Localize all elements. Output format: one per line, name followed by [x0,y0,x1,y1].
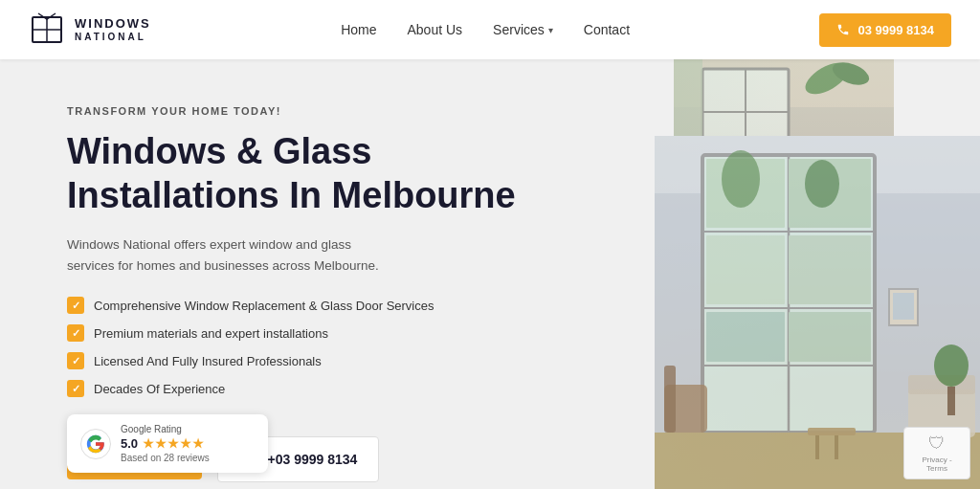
nav-home[interactable]: Home [327,16,390,43]
brand-sub: NATIONAL [75,32,151,42]
nav-contact[interactable]: Contact [570,16,643,43]
google-icon [86,434,105,454]
feature-item: Comprehensive Window Replacement & Glass… [67,297,523,314]
svg-rect-27 [789,312,871,362]
svg-point-28 [722,150,760,208]
nav-about[interactable]: About Us [394,16,477,43]
main-nav: Home About Us Services ▾ Contact [327,16,643,43]
svg-rect-36 [815,435,819,459]
logo: WINDOWS NATIONAL [29,11,151,48]
feature-list: Comprehensive Window Replacement & Glass… [67,297,523,408]
cta-phone-button[interactable]: 03 9999 8134 [819,13,951,47]
svg-rect-26 [706,312,785,362]
svg-rect-25 [789,235,871,304]
svg-rect-39 [947,387,955,415]
recaptcha-icon: 🛡 [912,433,962,454]
check-icon [67,297,84,314]
recaptcha-label: Privacy - Terms [922,456,951,473]
feature-text: Licensed And Fully Insured Professionals [94,354,322,368]
google-logo [80,429,111,459]
feature-item: Licensed And Fully Insured Professionals [67,352,523,369]
feature-text: Comprehensive Window Replacement & Glass… [94,299,434,313]
check-icon [67,324,84,342]
rating-score: 5.0 ★★★★★ [121,436,210,451]
svg-rect-32 [664,366,676,433]
hero-content: TRANSFORM YOUR HOME TODAY! Windows & Gla… [0,59,568,489]
header: WINDOWS NATIONAL Home About Us Services … [0,0,980,59]
hero-section: TRANSFORM YOUR HOME TODAY! Windows & Gla… [0,59,980,489]
svg-rect-37 [835,435,838,459]
svg-point-29 [805,160,839,208]
logo-text: WINDOWS NATIONAL [75,17,151,41]
recaptcha-badge: 🛡 Privacy - Terms [903,427,970,479]
hero-tagline: TRANSFORM YOUR HOME TODAY! [67,105,523,117]
phone-icon [836,23,850,36]
nav-services[interactable]: Services ▾ [479,16,567,43]
google-rating: Google Rating 5.0 ★★★★★ Based on 28 revi… [67,414,268,473]
chevron-down-icon: ▾ [548,25,553,35]
feature-item: Premium materials and expert installatio… [67,324,523,342]
feature-text: Premium materials and expert installatio… [94,326,328,341]
brand-name: WINDOWS [75,17,151,31]
logo-icon [29,11,65,48]
feature-text: Decades Of Experience [94,382,225,396]
svg-point-38 [934,345,969,387]
hero-description: Windows National offers expert window an… [67,234,392,276]
review-count: Based on 28 reviews [121,453,210,463]
check-icon [67,352,84,369]
svg-rect-35 [808,428,856,435]
svg-rect-24 [706,235,785,304]
hero-title: Windows & Glass Installations In Melbour… [67,130,523,217]
rating-label: Google Rating [121,424,210,434]
cta-phone-label: 03 9999 8134 [858,23,934,37]
hero-buttons: Google Rating 5.0 ★★★★★ Based on 28 revi… [67,436,523,482]
feature-item: Decades Of Experience [67,380,523,397]
hero-images [568,59,980,489]
check-icon [67,380,84,397]
star-icons: ★★★★★ [143,436,205,451]
svg-rect-41 [893,293,914,320]
rating-info: Google Rating 5.0 ★★★★★ Based on 28 revi… [121,424,210,463]
